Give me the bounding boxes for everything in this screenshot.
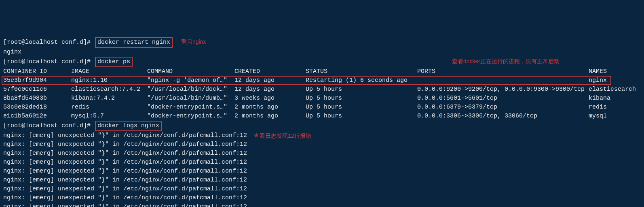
header-container-id: CONTAINER ID — [3, 67, 71, 76]
ps-row: 53c0e82ded18redis"docker-entrypoint.s…"2… — [3, 103, 641, 112]
prompt-line-2: [root@localhost conf.d]# docker ps查看dock… — [3, 57, 641, 67]
cell-ports: 0.0.0.0:6379->6379/tcp — [417, 103, 589, 112]
log-line: nginx: [emerg] unexpected "}" in /etc/ng… — [3, 131, 641, 140]
cell-command: "docker-entrypoint.s…" — [147, 112, 234, 121]
annotation-logs: 查看日志发现12行报错 — [254, 131, 311, 140]
annotation-ps: 查看docker正在运行的进程，没有正常启动 — [452, 57, 560, 66]
cell-status: Up 5 hours — [306, 85, 417, 94]
log-line: nginx: [emerg] unexpected "}" in /etc/ng… — [3, 158, 641, 167]
cell-container-id: 8ba8fd54083b — [3, 94, 71, 103]
cell-created: 2 months ago — [234, 112, 306, 121]
cell-command: "docker-entrypoint.s…" — [147, 103, 234, 112]
cell-created: 3 weeks ago — [234, 94, 306, 103]
log-line: nginx: [emerg] unexpected "}" in /etc/ng… — [3, 185, 641, 194]
command-ps[interactable]: docker ps — [95, 57, 133, 67]
cell-container-id: 53c0e82ded18 — [3, 103, 71, 112]
log-line: nginx: [emerg] unexpected "}" in /etc/ng… — [3, 140, 641, 149]
header-names: NAMES — [589, 67, 607, 76]
header-status: STATUS — [306, 67, 417, 76]
log-line: nginx: [emerg] unexpected "}" in /etc/ng… — [3, 194, 641, 203]
output-nginx: nginx — [3, 48, 641, 57]
cell-ports: 0.0.0.0:9200->9200/tcp, 0.0.0.0:9300->93… — [417, 85, 589, 94]
header-command: COMMAND — [147, 67, 234, 76]
ps-row: 8ba8fd54083bkibana:7.4.2"/usr/local/bin/… — [3, 94, 641, 103]
cell-created: 12 days ago — [234, 76, 306, 85]
cell-status: Restarting (1) 6 seconds ago — [306, 76, 417, 85]
cell-container-id: e1c1b5a6012e — [3, 112, 71, 121]
cell-names: mysql — [589, 112, 607, 121]
ps-row: 57f0c0cc11c6elasticsearch:7.4.2"/usr/loc… — [3, 85, 641, 94]
terminal-output[interactable]: [root@localhost conf.d]# docker restart … — [3, 37, 641, 207]
cell-status: Up 5 hours — [306, 94, 417, 103]
cell-container-id: 35e3b7f9d904 — [3, 76, 71, 85]
log-line: nginx: [emerg] unexpected "}" in /etc/ng… — [3, 167, 641, 176]
cell-command: "nginx -g 'daemon of…" — [147, 76, 234, 85]
ps-row: e1c1b5a6012emysql:5.7"docker-entrypoint.… — [3, 112, 641, 121]
shell-prompt: [root@localhost conf.d]# — [3, 58, 94, 65]
cell-status: Up 5 hours — [306, 112, 417, 121]
cell-command: "/usr/local/bin/dock…" — [147, 85, 234, 94]
header-image: IMAGE — [71, 67, 147, 76]
header-created: CREATED — [234, 67, 306, 76]
cell-created: 12 days ago — [234, 85, 306, 94]
log-line: nginx: [emerg] unexpected "}" in /etc/ng… — [3, 149, 641, 158]
cell-names: elasticsearch — [589, 85, 636, 94]
annotation-restart: 重启nginx — [181, 37, 206, 46]
command-restart[interactable]: docker restart nginx — [95, 37, 173, 48]
log-line: nginx: [emerg] unexpected "}" in /etc/ng… — [3, 176, 641, 185]
cell-ports: 0.0.0.0:3306->3306/tcp, 33060/tcp — [417, 112, 589, 121]
cell-names: kibana — [589, 94, 610, 103]
cell-ports: 0.0.0.0:5601->5601/tcp — [417, 94, 589, 103]
cell-image: redis — [71, 103, 147, 112]
cell-image: nginx:1.10 — [71, 76, 147, 85]
shell-prompt: [root@localhost conf.d]# — [3, 39, 94, 46]
ps-row: 35e3b7f9d904nginx:1.10"nginx -g 'daemon … — [3, 76, 641, 85]
header-ports: PORTS — [417, 67, 589, 76]
prompt-line-3: [root@localhost conf.d]# docker logs ngi… — [3, 121, 641, 131]
cell-image: kibana:7.4.2 — [71, 94, 147, 103]
cell-command: "/usr/local/bin/dumb…" — [147, 94, 234, 103]
cell-status: Up 5 hours — [306, 103, 417, 112]
cell-container-id: 57f0c0cc11c6 — [3, 85, 71, 94]
command-logs[interactable]: docker logs nginx — [95, 121, 162, 131]
cell-names: redis — [589, 103, 607, 112]
cell-names: nginx — [589, 76, 607, 85]
ps-header: CONTAINER IDIMAGECOMMANDCREATEDSTATUSPOR… — [3, 67, 641, 76]
prompt-line-1: [root@localhost conf.d]# docker restart … — [3, 37, 641, 48]
shell-prompt: [root@localhost conf.d]# — [3, 122, 94, 129]
cell-image: mysql:5.7 — [71, 112, 147, 121]
log-line: nginx: [emerg] unexpected "}" in /etc/ng… — [3, 203, 641, 207]
cell-created: 2 months ago — [234, 103, 306, 112]
cell-image: elasticsearch:7.4.2 — [71, 85, 147, 94]
